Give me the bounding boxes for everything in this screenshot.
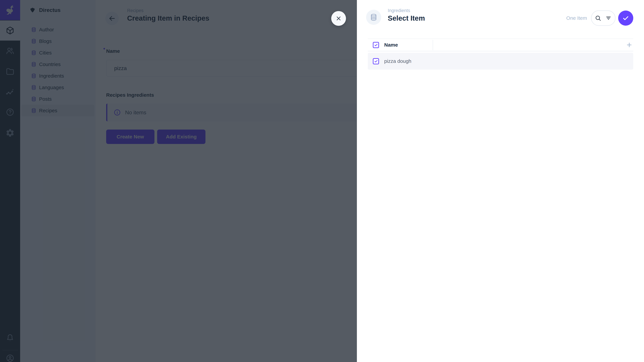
row-name-cell: pizza dough bbox=[384, 58, 412, 64]
check-icon bbox=[622, 14, 630, 22]
select-all-checkbox[interactable] bbox=[373, 42, 379, 48]
drawer-title: Select Item bbox=[388, 14, 425, 22]
filter-icon bbox=[605, 14, 612, 22]
table-row[interactable]: pizza dough bbox=[368, 53, 633, 69]
item-count-label: One Item bbox=[566, 15, 587, 21]
drawer-toolbar: One Item bbox=[566, 10, 633, 26]
items-table: Name pizza dough bbox=[368, 38, 633, 69]
drawer-overlay[interactable] bbox=[0, 0, 357, 362]
drawer-header: Ingredients Select Item One Item bbox=[357, 0, 644, 36]
drawer-collection-label: Ingredients bbox=[388, 8, 425, 13]
drawer-titles: Ingredients Select Item bbox=[388, 8, 425, 22]
confirm-selection-button[interactable] bbox=[618, 10, 633, 26]
search-filter-group bbox=[591, 10, 616, 26]
row-checkbox[interactable] bbox=[373, 58, 379, 64]
search-button[interactable] bbox=[594, 14, 602, 22]
add-column-button[interactable] bbox=[626, 41, 632, 48]
close-icon bbox=[336, 15, 342, 22]
plus-icon bbox=[626, 41, 632, 48]
table-header-row: Name bbox=[368, 38, 633, 51]
filter-button[interactable] bbox=[605, 14, 612, 22]
check-icon bbox=[374, 43, 378, 47]
database-icon bbox=[370, 13, 378, 21]
column-header-name[interactable]: Name bbox=[384, 42, 398, 48]
select-item-drawer: Ingredients Select Item One Item bbox=[357, 0, 644, 362]
collection-icon-circle bbox=[366, 10, 381, 25]
close-drawer-button[interactable] bbox=[331, 11, 346, 26]
search-icon bbox=[594, 14, 602, 22]
column-resize-handle[interactable] bbox=[433, 40, 433, 50]
check-icon bbox=[374, 59, 378, 63]
